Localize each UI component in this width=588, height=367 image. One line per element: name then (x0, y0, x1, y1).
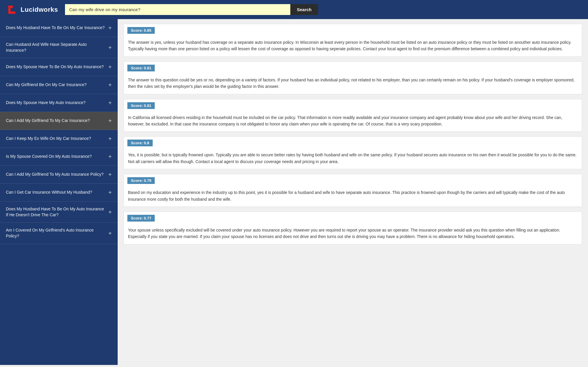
result-card-1: Score: 0.81The answer to this question c… (124, 61, 582, 94)
sidebar-item-10[interactable]: Does My Husband Have To Be On My Auto In… (0, 202, 118, 223)
result-card-3: Score: 0.8Yes, it is possible; but is ty… (124, 136, 582, 169)
sidebar-item-label-2: Does My Spouse Have To Be On My Auto Ins… (6, 64, 104, 70)
sidebar-item-plus-10: + (108, 208, 112, 216)
sidebar-item-plus-2: + (108, 63, 112, 71)
sidebar-item-label-1: Can Husband And Wife Have Separate Auto … (6, 42, 105, 53)
sidebar-item-label-6: Can I Keep My Ex Wife On My Car Insuranc… (6, 136, 91, 142)
sidebar-item-plus-3: + (108, 81, 112, 89)
score-badge-4: Score: 0.79 (127, 177, 155, 184)
result-text-3: Yes, it is possible; but is typically fr… (124, 149, 582, 169)
lucidworks-logo-icon (7, 4, 18, 15)
score-badge-0: Score: 0.85 (127, 27, 155, 34)
sidebar-item-label-7: Is My Spouse Covered On My Auto Insuranc… (6, 154, 92, 160)
sidebar-item-8[interactable]: Can I Add My Girlfriend To My Auto Insur… (0, 166, 118, 184)
result-card-2: Score: 0.81In California all licensed dr… (124, 99, 582, 132)
main-layout: Does My Husband Have To Be On My Car Ins… (0, 19, 588, 365)
sidebar-item-7[interactable]: Is My Spouse Covered On My Auto Insuranc… (0, 148, 118, 166)
sidebar-item-label-8: Can I Add My Girlfriend To My Auto Insur… (6, 172, 104, 177)
sidebar-item-label-9: Can I Get Car Insurance Without My Husba… (6, 190, 92, 195)
search-input[interactable] (65, 4, 290, 15)
score-badge-2: Score: 0.81 (127, 102, 155, 109)
sidebar-item-plus-8: + (108, 170, 112, 179)
result-card-5: Score: 0.77Your spouse unless specifical… (124, 212, 582, 244)
score-badge-5: Score: 0.77 (127, 215, 155, 222)
sidebar-item-9[interactable]: Can I Get Car Insurance Without My Husba… (0, 184, 118, 202)
sidebar: Does My Husband Have To Be On My Car Ins… (0, 19, 118, 365)
sidebar-item-11[interactable]: Am I Covered On My Girlfriend's Auto Ins… (0, 223, 118, 244)
result-text-4: Based on my education and experience in … (124, 187, 582, 207)
sidebar-item-label-3: Can My Girlfriend Be On My Car Insurance… (6, 82, 87, 88)
sidebar-item-plus-5: + (108, 117, 112, 125)
sidebar-item-plus-6: + (108, 135, 112, 143)
result-text-0: The answer is yes, unless your husband h… (124, 37, 582, 56)
result-card-4: Score: 0.79Based on my education and exp… (124, 174, 582, 207)
sidebar-item-label-5: Can I Add My Girlfriend To My Car Insura… (6, 118, 90, 124)
sidebar-item-4[interactable]: Does My Spouse Have My Auto Insurance?+ (0, 94, 118, 112)
sidebar-item-6[interactable]: Can I Keep My Ex Wife On My Car Insuranc… (0, 130, 118, 148)
sidebar-item-label-10: Does My Husband Have To Be On My Auto In… (6, 206, 105, 218)
sidebar-item-plus-0: + (108, 24, 112, 32)
header: Lucidworks Search (0, 0, 588, 19)
sidebar-item-0[interactable]: Does My Husband Have To Be On My Car Ins… (0, 19, 118, 37)
sidebar-item-plus-9: + (108, 188, 112, 197)
sidebar-item-2[interactable]: Does My Spouse Have To Be On My Auto Ins… (0, 58, 118, 76)
logo-area: Lucidworks (7, 4, 58, 15)
sidebar-item-plus-1: + (108, 43, 112, 52)
svg-marker-2 (11, 6, 13, 8)
result-text-2: In California all licensed drivers resid… (124, 112, 582, 132)
search-bar: Search (65, 4, 318, 15)
logo-text: Lucidworks (21, 6, 58, 14)
sidebar-item-plus-11: + (108, 229, 112, 237)
score-badge-1: Score: 0.81 (127, 65, 155, 71)
sidebar-item-5[interactable]: Can I Add My Girlfriend To My Car Insura… (0, 112, 118, 130)
result-card-0: Score: 0.85The answer is yes, unless you… (124, 24, 582, 57)
search-button[interactable]: Search (290, 4, 318, 15)
sidebar-item-plus-4: + (108, 99, 112, 107)
score-badge-3: Score: 0.8 (127, 140, 153, 146)
sidebar-item-1[interactable]: Can Husband And Wife Have Separate Auto … (0, 37, 118, 58)
result-text-5: Your spouse unless specifically excluded… (124, 224, 582, 244)
results-panel: Score: 0.85The answer is yes, unless you… (118, 19, 588, 365)
sidebar-item-label-0: Does My Husband Have To Be On My Car Ins… (6, 25, 105, 31)
result-text-1: The answer to this question could be yes… (124, 74, 582, 94)
sidebar-item-3[interactable]: Can My Girlfriend Be On My Car Insurance… (0, 76, 118, 94)
sidebar-item-label-11: Am I Covered On My Girlfriend's Auto Ins… (6, 227, 105, 239)
sidebar-item-plus-7: + (108, 153, 112, 161)
sidebar-item-label-4: Does My Spouse Have My Auto Insurance? (6, 100, 86, 106)
